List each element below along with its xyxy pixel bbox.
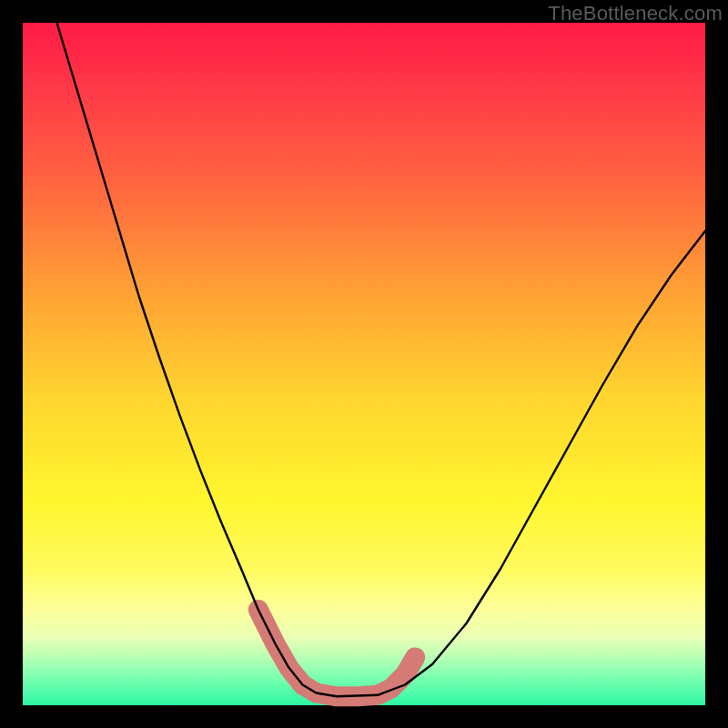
watermark-text: TheBottleneck.com [548, 2, 723, 25]
chart-svg [23, 23, 705, 705]
bottleneck-curve [57, 23, 706, 696]
chart-frame: TheBottleneck.com [0, 0, 728, 728]
